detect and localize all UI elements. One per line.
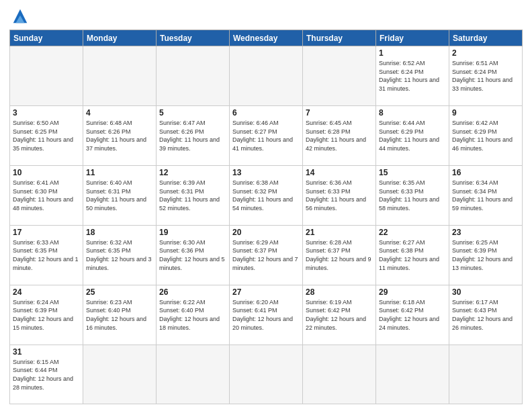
day-number: 7 <box>306 108 373 118</box>
sun-info: Sunrise: 6:17 AMSunset: 6:43 PMDaylight:… <box>452 298 519 332</box>
day-number: 23 <box>452 228 519 237</box>
calendar-cell <box>376 345 449 404</box>
calendar-week-row: 1Sunrise: 6:52 AMSunset: 6:24 PMDaylight… <box>10 46 523 106</box>
calendar-header-row: SundayMondayTuesdayWednesdayThursdayFrid… <box>10 30 523 46</box>
day-number: 20 <box>232 228 300 237</box>
sun-info: Sunrise: 6:30 AMSunset: 6:36 PMDaylight:… <box>159 238 226 272</box>
sun-info: Sunrise: 6:25 AMSunset: 6:39 PMDaylight:… <box>452 238 519 272</box>
calendar-cell: 13Sunrise: 6:38 AMSunset: 6:32 PMDayligh… <box>230 165 303 225</box>
day-number: 26 <box>159 287 226 297</box>
day-number: 17 <box>13 228 80 237</box>
day-number: 30 <box>452 287 519 297</box>
calendar-cell: 16Sunrise: 6:34 AMSunset: 6:34 PMDayligh… <box>449 165 523 225</box>
day-number: 15 <box>379 168 446 177</box>
sun-info: Sunrise: 6:36 AMSunset: 6:33 PMDaylight:… <box>306 179 373 212</box>
calendar-cell: 22Sunrise: 6:27 AMSunset: 6:38 PMDayligh… <box>376 225 449 285</box>
day-number: 14 <box>306 168 373 177</box>
logo <box>9 7 30 26</box>
calendar-cell: 20Sunrise: 6:29 AMSunset: 6:37 PMDayligh… <box>230 225 303 285</box>
sun-info: Sunrise: 6:39 AMSunset: 6:31 PMDaylight:… <box>159 179 226 212</box>
day-number: 1 <box>379 48 446 58</box>
calendar-cell: 28Sunrise: 6:19 AMSunset: 6:42 PMDayligh… <box>303 285 376 345</box>
day-number: 18 <box>86 228 153 237</box>
header <box>9 7 523 26</box>
calendar-header-tuesday: Tuesday <box>157 30 230 46</box>
calendar-cell: 9Sunrise: 6:42 AMSunset: 6:29 PMDaylight… <box>449 105 523 165</box>
sun-info: Sunrise: 6:27 AMSunset: 6:38 PMDaylight:… <box>379 238 446 272</box>
calendar-cell: 30Sunrise: 6:17 AMSunset: 6:43 PMDayligh… <box>449 285 523 345</box>
calendar-cell <box>230 345 303 404</box>
sun-info: Sunrise: 6:44 AMSunset: 6:29 PMDaylight:… <box>379 119 446 152</box>
day-number: 29 <box>379 287 446 297</box>
calendar-week-row: 3Sunrise: 6:50 AMSunset: 6:25 PMDaylight… <box>10 105 523 165</box>
calendar-week-row: 17Sunrise: 6:33 AMSunset: 6:35 PMDayligh… <box>10 225 523 285</box>
sun-info: Sunrise: 6:48 AMSunset: 6:26 PMDaylight:… <box>86 119 153 152</box>
calendar-header-monday: Monday <box>83 30 157 46</box>
sun-info: Sunrise: 6:40 AMSunset: 6:31 PMDaylight:… <box>86 179 153 212</box>
day-number: 10 <box>13 168 80 177</box>
day-number: 31 <box>13 347 80 357</box>
calendar-header-saturday: Saturday <box>449 30 523 46</box>
sun-info: Sunrise: 6:47 AMSunset: 6:26 PMDaylight:… <box>159 119 226 152</box>
sun-info: Sunrise: 6:28 AMSunset: 6:37 PMDaylight:… <box>306 238 373 272</box>
sun-info: Sunrise: 6:29 AMSunset: 6:37 PMDaylight:… <box>232 238 300 272</box>
calendar-cell <box>303 345 376 404</box>
calendar-cell <box>157 46 230 106</box>
calendar-cell: 7Sunrise: 6:45 AMSunset: 6:28 PMDaylight… <box>303 105 376 165</box>
day-number: 28 <box>306 287 373 297</box>
calendar-header-wednesday: Wednesday <box>230 30 303 46</box>
day-number: 5 <box>159 108 226 118</box>
calendar-cell: 24Sunrise: 6:24 AMSunset: 6:39 PMDayligh… <box>10 285 83 345</box>
sun-info: Sunrise: 6:20 AMSunset: 6:41 PMDaylight:… <box>232 298 300 332</box>
day-number: 12 <box>159 168 226 177</box>
sun-info: Sunrise: 6:34 AMSunset: 6:34 PMDaylight:… <box>452 179 519 212</box>
calendar-cell: 27Sunrise: 6:20 AMSunset: 6:41 PMDayligh… <box>230 285 303 345</box>
calendar-cell <box>83 345 157 404</box>
day-number: 22 <box>379 228 446 237</box>
sun-info: Sunrise: 6:24 AMSunset: 6:39 PMDaylight:… <box>13 298 80 332</box>
calendar-cell <box>83 46 157 106</box>
calendar-cell: 18Sunrise: 6:32 AMSunset: 6:35 PMDayligh… <box>83 225 157 285</box>
calendar-cell <box>10 46 83 106</box>
day-number: 13 <box>232 168 300 177</box>
calendar-cell: 4Sunrise: 6:48 AMSunset: 6:26 PMDaylight… <box>83 105 157 165</box>
calendar-cell: 8Sunrise: 6:44 AMSunset: 6:29 PMDaylight… <box>376 105 449 165</box>
sun-info: Sunrise: 6:22 AMSunset: 6:40 PMDaylight:… <box>159 298 226 332</box>
day-number: 16 <box>452 168 519 177</box>
sun-info: Sunrise: 6:42 AMSunset: 6:29 PMDaylight:… <box>452 119 519 152</box>
day-number: 4 <box>86 108 153 118</box>
page: SundayMondayTuesdayWednesdayThursdayFrid… <box>0 0 532 411</box>
calendar-cell: 26Sunrise: 6:22 AMSunset: 6:40 PMDayligh… <box>157 285 230 345</box>
calendar-cell: 21Sunrise: 6:28 AMSunset: 6:37 PMDayligh… <box>303 225 376 285</box>
calendar-cell: 3Sunrise: 6:50 AMSunset: 6:25 PMDaylight… <box>10 105 83 165</box>
calendar-cell: 17Sunrise: 6:33 AMSunset: 6:35 PMDayligh… <box>10 225 83 285</box>
sun-info: Sunrise: 6:35 AMSunset: 6:33 PMDaylight:… <box>379 179 446 212</box>
sun-info: Sunrise: 6:38 AMSunset: 6:32 PMDaylight:… <box>232 179 300 212</box>
day-number: 2 <box>452 48 519 58</box>
calendar-cell <box>230 46 303 106</box>
sun-info: Sunrise: 6:33 AMSunset: 6:35 PMDaylight:… <box>13 238 80 272</box>
day-number: 6 <box>232 108 300 118</box>
sun-info: Sunrise: 6:45 AMSunset: 6:28 PMDaylight:… <box>306 119 373 152</box>
calendar-cell: 29Sunrise: 6:18 AMSunset: 6:42 PMDayligh… <box>376 285 449 345</box>
sun-info: Sunrise: 6:41 AMSunset: 6:30 PMDaylight:… <box>13 179 80 212</box>
sun-info: Sunrise: 6:18 AMSunset: 6:42 PMDaylight:… <box>379 298 446 332</box>
calendar-cell: 15Sunrise: 6:35 AMSunset: 6:33 PMDayligh… <box>376 165 449 225</box>
calendar-week-row: 10Sunrise: 6:41 AMSunset: 6:30 PMDayligh… <box>10 165 523 225</box>
day-number: 21 <box>306 228 373 237</box>
calendar-cell <box>303 46 376 106</box>
day-number: 27 <box>232 287 300 297</box>
calendar-cell: 6Sunrise: 6:46 AMSunset: 6:27 PMDaylight… <box>230 105 303 165</box>
calendar-cell: 12Sunrise: 6:39 AMSunset: 6:31 PMDayligh… <box>157 165 230 225</box>
calendar-cell: 19Sunrise: 6:30 AMSunset: 6:36 PMDayligh… <box>157 225 230 285</box>
day-number: 24 <box>13 287 80 297</box>
calendar-header-thursday: Thursday <box>303 30 376 46</box>
sun-info: Sunrise: 6:52 AMSunset: 6:24 PMDaylight:… <box>379 59 446 93</box>
day-number: 11 <box>86 168 153 177</box>
day-number: 19 <box>159 228 226 237</box>
calendar-cell: 1Sunrise: 6:52 AMSunset: 6:24 PMDaylight… <box>376 46 449 106</box>
calendar-week-row: 31Sunrise: 6:15 AMSunset: 6:44 PMDayligh… <box>10 345 523 404</box>
calendar-cell: 5Sunrise: 6:47 AMSunset: 6:26 PMDaylight… <box>157 105 230 165</box>
calendar-cell: 10Sunrise: 6:41 AMSunset: 6:30 PMDayligh… <box>10 165 83 225</box>
calendar-week-row: 24Sunrise: 6:24 AMSunset: 6:39 PMDayligh… <box>10 285 523 345</box>
